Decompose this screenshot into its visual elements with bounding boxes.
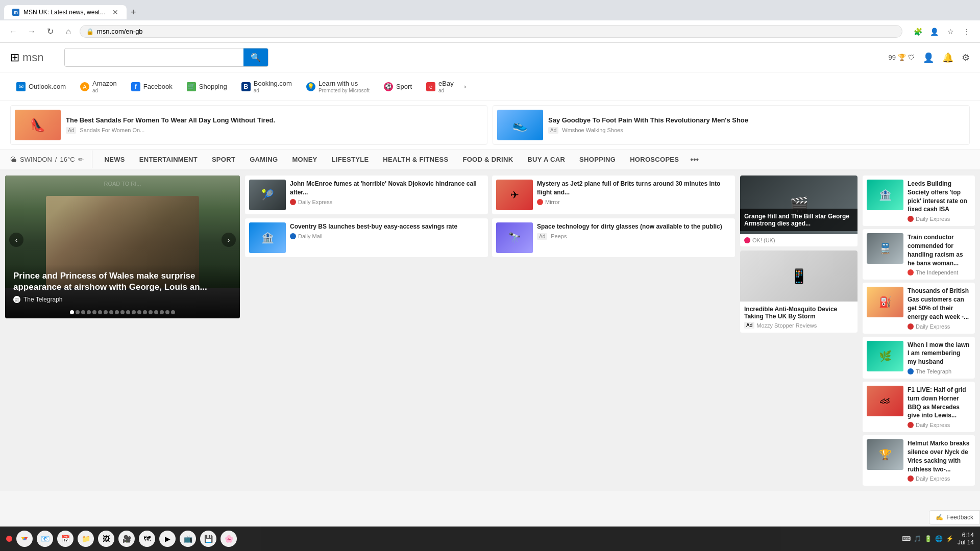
new-tab-button[interactable]: + — [127, 5, 140, 20]
youtube-taskbar-icon[interactable]: 📺 — [180, 531, 196, 547]
f1-thumbnail: 🏎 — [867, 386, 903, 416]
calendar-taskbar-icon[interactable]: 📅 — [57, 531, 74, 547]
app-taskbar-icon[interactable]: 🌸 — [220, 531, 237, 547]
nav-horoscopes[interactable]: HOROSCOPES — [623, 149, 686, 169]
bookmark-button[interactable]: ☆ — [943, 24, 958, 39]
quick-link-booking[interactable]: B Booking.com ad — [235, 77, 298, 96]
search-button[interactable]: 🔍 — [243, 48, 268, 66]
news-item-train[interactable]: 🚆 Train conductor commended for handling… — [863, 229, 975, 280]
weather-widget[interactable]: 🌥 SWINDON / 16°C ✏ — [10, 151, 92, 168]
nav-cars[interactable]: BUY A CAR — [520, 149, 572, 169]
ad-card-shoe[interactable]: 👟 Say Goodbye To Foot Pain With This Rev… — [493, 105, 970, 145]
nav-money[interactable]: MONEY — [285, 149, 324, 169]
shoe-ad-image: 👟 — [497, 110, 543, 140]
nav-news[interactable]: NEWS — [97, 149, 132, 169]
lawn-source-icon — [908, 368, 914, 374]
maps-taskbar-icon[interactable]: 🗺 — [139, 531, 155, 547]
search-input[interactable] — [65, 49, 243, 66]
network-icon: 🌐 — [935, 535, 943, 542]
files-taskbar-icon[interactable]: 📁 — [78, 531, 94, 547]
weather-temp: 16°C — [60, 156, 75, 163]
news-item-space[interactable]: 🔭 Space technology for dirty glasses (no… — [492, 218, 735, 257]
news-item-f1[interactable]: 🏎 F1 LIVE: Half of grid turn down Horner… — [863, 382, 975, 432]
more-button[interactable]: ⋮ — [960, 24, 974, 39]
taskbar-system-icons: ⌨ 🎵 🔋 🌐 ⚡ — [902, 535, 953, 542]
jet2-thumbnail: ✈ — [496, 180, 533, 210]
back-button[interactable]: ← — [6, 24, 20, 39]
forward-button[interactable]: → — [24, 24, 39, 39]
meet-taskbar-icon[interactable]: 🎥 — [118, 531, 135, 547]
quick-link-sport[interactable]: ⚽ Sport — [378, 79, 418, 94]
carousel-prev-button[interactable]: ‹ — [9, 233, 23, 247]
feedback-button[interactable]: ✍ Feedback — [929, 510, 980, 524]
learnwithus-label: Learn with us — [318, 80, 370, 87]
home-button[interactable]: ⌂ — [61, 24, 76, 39]
amazon-icon: A — [80, 82, 89, 91]
tab-close-button[interactable]: ✕ — [112, 8, 118, 16]
gmail-taskbar-icon[interactable]: 📧 — [37, 531, 53, 547]
facebook-icon: f — [131, 82, 140, 91]
refresh-button[interactable]: ↻ — [43, 24, 57, 39]
news-item-jet2[interactable]: ✈ Mystery as Jet2 plane full of Brits tu… — [492, 176, 735, 214]
news-item-lawn[interactable]: 🌿 When I mow the lawn I am remembering m… — [863, 337, 975, 379]
quick-links-next-button[interactable]: › — [462, 81, 468, 92]
learnwithus-icon: 💡 — [306, 82, 315, 91]
address-bar[interactable] — [97, 28, 896, 35]
photos-taskbar-icon[interactable]: 🖼 — [98, 531, 114, 547]
nav-gaming[interactable]: GAMING — [242, 149, 285, 169]
quick-link-outlook[interactable]: ✉ Outlook.com — [10, 79, 72, 94]
battery-icon: 🔋 — [924, 535, 932, 542]
mosquito-ad-card[interactable]: 📱 Incredible Anti-Mosquito Device Taking… — [740, 251, 857, 333]
carousel-dots — [70, 310, 175, 314]
news-item-helmut[interactable]: 🏆 Helmut Marko breaks silence over Nyck … — [863, 435, 975, 486]
carousel-dot-active — [70, 310, 74, 314]
carousel-dot — [92, 310, 96, 314]
points-value: 99 — [889, 54, 896, 61]
ad-card-sandals[interactable]: 👠 The Best Sandals For Women To Wear All… — [10, 105, 487, 145]
drive-taskbar-icon[interactable]: 💾 — [200, 531, 216, 547]
extensions-button[interactable]: 🧩 — [911, 24, 925, 39]
sport-label: Sport — [396, 83, 412, 90]
helmut-thumbnail: 🏆 — [867, 439, 903, 470]
mcenroe-source: Daily Express — [290, 199, 484, 205]
helmut-title: Helmut Marko breaks silence over Nyck de… — [908, 439, 971, 473]
bell-icon-button[interactable]: 🔔 — [942, 52, 953, 63]
mcenroe-title: John McEnroe fumes at 'horrible' Novak D… — [290, 180, 484, 197]
grange-hill-card[interactable]: 🎬 Grange Hill and The Bill star George A… — [740, 176, 857, 246]
nav-entertainment[interactable]: ENTERTAINMENT — [132, 149, 205, 169]
carousel-next-button[interactable]: › — [222, 233, 236, 247]
nav-more-button[interactable]: ••• — [686, 150, 703, 169]
f1-source-icon — [908, 422, 914, 428]
nav-lifestyle[interactable]: LIFESTYLE — [325, 149, 376, 169]
leeds-content: Leeds Building Society offers 'top pick'… — [908, 180, 971, 222]
helmut-source: Daily Express — [908, 475, 971, 482]
side-news-column: 🏦 Leeds Building Society offers 'top pic… — [863, 176, 975, 486]
news-item-mcenroe[interactable]: 🎾 John McEnroe fumes at 'horrible' Novak… — [245, 176, 488, 214]
sandals-ad-image: 👠 — [15, 110, 61, 140]
msn-logo[interactable]: ⊞ msn — [10, 51, 44, 64]
quick-link-shopping[interactable]: 🛒 Shopping — [181, 79, 233, 94]
news-item-leeds[interactable]: 🏦 Leeds Building Society offers 'top pic… — [863, 176, 975, 226]
nav-shopping[interactable]: SHOPPING — [572, 149, 623, 169]
quick-link-facebook[interactable]: f Facebook — [125, 79, 179, 94]
profile-button[interactable]: 👤 — [927, 24, 941, 39]
nav-sport[interactable]: SPORT — [205, 149, 242, 169]
quick-link-learnwithus[interactable]: 💡 Learn with us Promoted by Microsoft — [300, 77, 376, 96]
shoe-ad-badge: Ad — [548, 127, 558, 134]
play-taskbar-icon[interactable]: ▶ — [159, 531, 176, 547]
quick-link-ebay[interactable]: e eBay ad — [420, 77, 460, 96]
lawn-source: The Telegraph — [908, 368, 971, 374]
coventry-content: Coventry BS launches best-buy easy-acces… — [290, 222, 484, 253]
active-tab[interactable]: m MSN UK: Latest news, weather, ✕ — [4, 5, 127, 19]
quick-link-amazon[interactable]: A Amazon ad — [74, 77, 123, 96]
weather-icon: 🌥 — [10, 156, 17, 163]
nav-food[interactable]: FOOD & DRINK — [455, 149, 520, 169]
news-item-coventry[interactable]: 🏦 Coventry BS launches best-buy easy-acc… — [245, 218, 488, 257]
coventry-source-text: Daily Mail — [298, 233, 323, 239]
nav-health[interactable]: HEALTH & FITNESS — [376, 149, 455, 169]
news-item-gas[interactable]: ⛽ Thousands of British Gas customers can… — [863, 283, 975, 333]
sandals-ad-source: Ad Sandals For Women On... — [66, 127, 483, 134]
chrome-icon[interactable] — [16, 531, 33, 547]
user-icon-button[interactable]: 👤 — [923, 52, 934, 63]
settings-icon-button[interactable]: ⚙ — [962, 52, 970, 63]
